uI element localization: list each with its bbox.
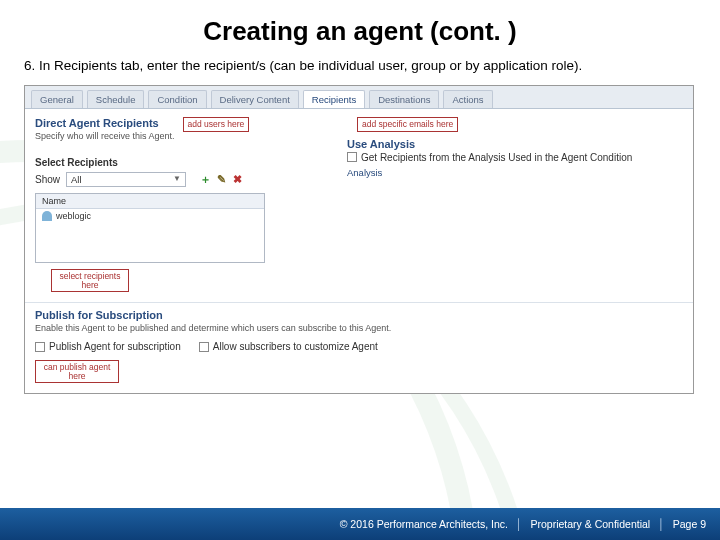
analysis-checkbox[interactable]	[347, 152, 357, 162]
publish-checkbox-row[interactable]: Publish Agent for subscription	[35, 341, 181, 352]
list-item-label: weblogic	[56, 211, 91, 221]
tab-schedule[interactable]: Schedule	[87, 90, 145, 108]
show-value: All	[71, 174, 82, 185]
recipients-list[interactable]: Name weblogic	[35, 193, 265, 263]
tab-destinations[interactable]: Destinations	[369, 90, 439, 108]
footer-copyright: © 2016 Performance Architects, Inc.	[340, 518, 508, 530]
show-label: Show	[35, 174, 60, 185]
user-icon	[42, 211, 52, 221]
callout-publish-agent: can publish agent here	[35, 360, 119, 383]
analysis-checkbox-label: Get Recipients from the Analysis Used in…	[361, 152, 632, 163]
show-dropdown[interactable]: All ▼	[66, 172, 186, 187]
publish-checkbox-label: Publish Agent for subscription	[49, 341, 181, 352]
chevron-down-icon: ▼	[173, 174, 181, 185]
instruction-text: 6. In Recipients tab, enter the recipien…	[0, 57, 720, 85]
customize-checkbox-row[interactable]: Allow subscribers to customize Agent	[199, 341, 378, 352]
tab-delivery-content[interactable]: Delivery Content	[211, 90, 299, 108]
customize-checkbox-label: Allow subscribers to customize Agent	[213, 341, 378, 352]
tab-actions[interactable]: Actions	[443, 90, 492, 108]
tab-general[interactable]: General	[31, 90, 83, 108]
customize-checkbox[interactable]	[199, 342, 209, 352]
list-item[interactable]: weblogic	[36, 209, 264, 223]
publish-heading: Publish for Subscription	[35, 309, 683, 321]
delete-icon[interactable]: ✖	[230, 173, 244, 187]
footer-separator: │	[516, 518, 523, 530]
list-header-name: Name	[36, 194, 264, 209]
add-icon[interactable]: ＋	[198, 173, 212, 187]
embedded-screenshot: General Schedule Condition Delivery Cont…	[24, 85, 694, 394]
edit-icon[interactable]: ✎	[214, 173, 228, 187]
recipients-heading: Direct Agent Recipients	[35, 117, 175, 129]
callout-select-recipients: select recipients here	[51, 269, 129, 292]
callout-add-emails: add specific emails here	[357, 117, 458, 132]
callout-add-users: add users here	[183, 117, 250, 132]
footer-confidential: Proprietary & Confidential	[531, 518, 651, 530]
footer-separator: │	[658, 518, 665, 530]
select-recipients-label: Select Recipients	[35, 157, 335, 168]
footer-page: Page 9	[673, 518, 706, 530]
use-analysis-heading: Use Analysis	[347, 138, 683, 150]
footer-bar: © 2016 Performance Architects, Inc. │ Pr…	[0, 508, 720, 540]
analysis-link[interactable]: Analysis	[347, 167, 683, 178]
tab-condition[interactable]: Condition	[148, 90, 206, 108]
page-title: Creating an agent (cont. )	[0, 0, 720, 57]
recipients-subtext: Specify who will receive this Agent.	[35, 131, 175, 141]
publish-checkbox[interactable]	[35, 342, 45, 352]
tab-recipients[interactable]: Recipients	[303, 90, 365, 108]
tab-bar: General Schedule Condition Delivery Cont…	[25, 86, 693, 109]
publish-subtext: Enable this Agent to be published and de…	[35, 323, 683, 333]
